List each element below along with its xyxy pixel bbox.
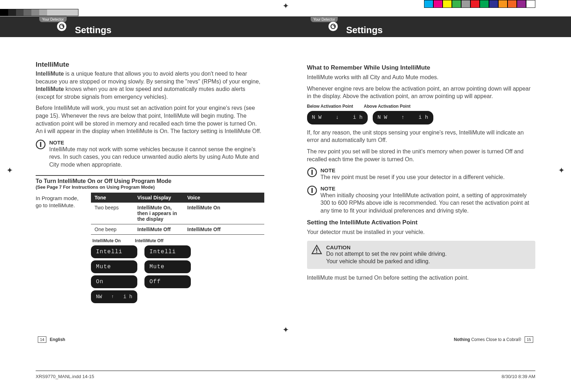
footer-tagline: Nothing xyxy=(454,337,470,342)
table-title: To Turn IntelliMute On or Off Using Prog… xyxy=(36,178,264,184)
page-15: Your Detector Settings What to Remember … xyxy=(307,20,536,342)
table-subtitle: (See Page 7 For Instructions on Using Pr… xyxy=(36,184,264,190)
note-text: When initially choosing your IntelliMute… xyxy=(321,192,536,215)
col-visual: Visual Display xyxy=(134,193,184,203)
caution-label: CAUTION xyxy=(326,244,447,250)
color-swatch xyxy=(498,0,508,8)
color-swatch xyxy=(526,0,535,8)
divider xyxy=(36,175,264,176)
intro-paragraph: IntelliMute is a unique feature that all… xyxy=(36,70,264,101)
note-icon xyxy=(307,167,317,177)
header-title: Settings xyxy=(346,25,383,36)
col-voice: Voice xyxy=(184,193,230,203)
page-number: 14 xyxy=(38,336,46,343)
setting-heading: Setting the IntelliMute Activation Point xyxy=(307,219,536,226)
caution-block: CAUTION Do not attempt to set the rev po… xyxy=(307,241,536,269)
color-swatch xyxy=(433,0,443,8)
footer-language: English xyxy=(50,337,65,342)
color-swatch xyxy=(489,0,498,8)
imprint-date: 8/30/10 8:39 AM xyxy=(501,374,535,379)
col-tone: Tone xyxy=(91,193,134,203)
table-instruction: In Program mode, go to IntelliMute. xyxy=(36,193,84,303)
note-block: NOTE The rev point must be reset if you … xyxy=(307,167,536,181)
note-label: NOTE xyxy=(321,185,536,192)
label-above: Above Activation Point xyxy=(364,104,411,109)
arrow-down-icon: ↓ xyxy=(336,114,339,121)
body-text: If, for any reason, the unit stops sensi… xyxy=(307,129,536,144)
page-header: Your Detector Settings xyxy=(307,20,536,37)
registration-mark-icon: ✦ xyxy=(558,166,565,175)
page-footer: 14 English xyxy=(36,337,264,342)
body-text: Whenever engine revs are below the activ… xyxy=(307,85,536,100)
intellimute-heading: IntelliMute xyxy=(36,61,264,68)
body-text: IntelliMute works with all City and Auto… xyxy=(307,73,536,81)
caution-text: Do not attempt to set the rev point whil… xyxy=(326,250,447,265)
note-icon xyxy=(36,139,46,149)
note-block: NOTE When initially choosing your Intell… xyxy=(307,185,536,215)
swirl-icon xyxy=(328,22,338,31)
svg-rect-7 xyxy=(316,248,317,251)
color-swatch xyxy=(470,0,480,8)
note-label: NOTE xyxy=(49,139,264,146)
color-swatch xyxy=(480,0,489,8)
program-mode-table: Tone Visual Display Voice Two beeps Inte… xyxy=(91,193,264,303)
activation-paragraph: Before IntelliMute will work, you must s… xyxy=(36,104,264,135)
display-pill: On xyxy=(91,275,137,288)
header-tab: Your Detector xyxy=(311,16,338,22)
color-swatch xyxy=(461,0,470,8)
svg-rect-8 xyxy=(316,252,317,253)
note-text: IntelliMute may not work with some vehic… xyxy=(49,146,264,169)
grayscale-swatch xyxy=(0,9,78,16)
body-text: IntelliMute must be turned On before set… xyxy=(307,274,536,282)
arrow-up-icon: ↑ xyxy=(401,114,404,121)
body-text: The rev point you set will be stored in … xyxy=(307,148,536,163)
display-pill: Mute xyxy=(144,260,191,273)
imprint-line: XRS9770_MANL.indd 14-15 8/30/10 8:39 AM xyxy=(36,371,535,379)
caution-icon xyxy=(311,244,322,255)
registration-mark-icon: ✦ xyxy=(6,166,13,175)
page-header: Your Detector Settings xyxy=(36,20,264,37)
registration-mark-icon: ✦ xyxy=(282,1,289,11)
imprint-file: XRS9770_MANL.indd 14-15 xyxy=(36,374,94,379)
table-row: One beep IntelliMute Off IntelliMute Off xyxy=(91,224,264,235)
page-footer: Nothing Comes Close to a Cobra® 15 xyxy=(307,337,536,342)
page-number: 15 xyxy=(525,336,533,343)
remember-heading: What to Remember While Using IntelliMute xyxy=(307,64,536,71)
note-text: The rev point must be reset if you use y… xyxy=(321,173,505,181)
swirl-icon xyxy=(57,22,66,31)
label-below: Below Activation Point xyxy=(307,104,353,109)
display-pill: Intelli xyxy=(144,245,191,258)
display-pill: Off xyxy=(144,275,191,288)
header-tab: Your Detector xyxy=(39,16,67,22)
display-pill: Intelli xyxy=(91,245,137,258)
page-14: Your Detector Settings IntelliMute Intel… xyxy=(36,20,264,342)
svg-rect-1 xyxy=(40,142,41,147)
color-swatch xyxy=(517,0,526,8)
note-icon xyxy=(307,185,317,195)
note-block: NOTE IntelliMute may not work with some … xyxy=(36,139,264,169)
color-swatch xyxy=(452,0,461,8)
note-label: NOTE xyxy=(321,167,505,173)
body-text: Your detector must be installed in your … xyxy=(307,228,536,236)
display-pill: Mute xyxy=(91,260,137,273)
color-swatch xyxy=(443,0,452,8)
activation-display-below: N W ↓ i h xyxy=(307,111,368,124)
color-swatches xyxy=(424,0,535,8)
svg-rect-3 xyxy=(311,170,313,175)
color-swatch xyxy=(424,0,433,8)
svg-rect-5 xyxy=(311,188,313,193)
table-row: Two beeps IntelliMute On, then i appears… xyxy=(91,203,264,224)
label-off: IntelliMute Off xyxy=(135,238,163,243)
label-on: IntelliMute On xyxy=(92,238,121,243)
arrow-up-icon: ↑ xyxy=(111,294,114,299)
color-swatch xyxy=(508,0,517,8)
status-display-pill: NW ↑ i h xyxy=(91,290,137,303)
header-title: Settings xyxy=(75,25,112,36)
activation-display-above: N W ↑ i h xyxy=(373,111,433,124)
